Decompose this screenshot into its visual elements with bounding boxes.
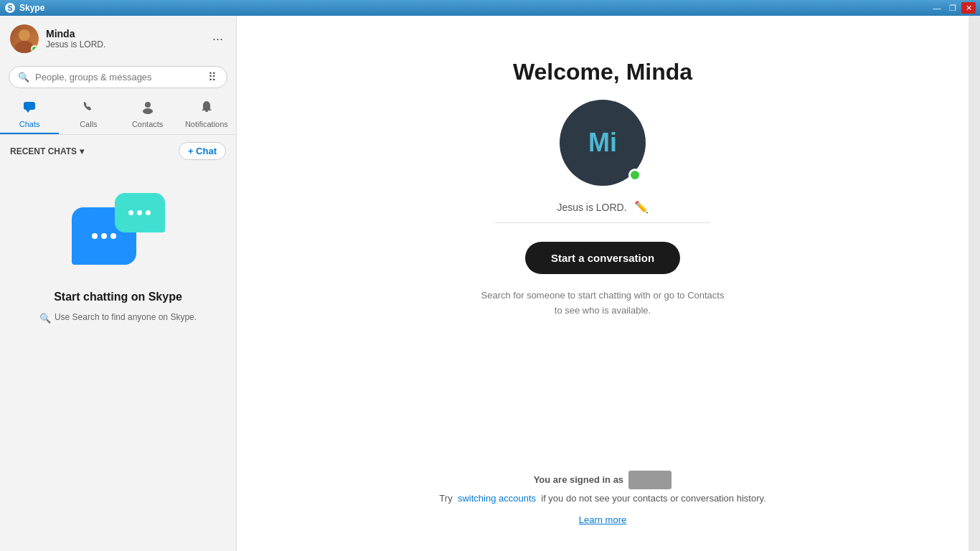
search-input-wrap: 🔍 ⠿ bbox=[9, 66, 227, 88]
search-icon: 🔍 bbox=[18, 72, 29, 83]
new-chat-button[interactable]: + Chat bbox=[179, 142, 226, 160]
search-bar: 🔍 ⠿ bbox=[0, 62, 236, 94]
switch-accounts-line: Try switching accounts if you do not see… bbox=[439, 489, 765, 508]
calls-icon bbox=[81, 100, 95, 118]
recent-chats-label[interactable]: RECENT CHATS ▾ bbox=[10, 146, 84, 156]
tab-chats-label: Chats bbox=[19, 120, 40, 128]
edit-status-icon[interactable]: ✏️ bbox=[634, 200, 649, 214]
bottom-section: You are signed in as mi_____ Try switchi… bbox=[439, 471, 765, 529]
svg-point-6 bbox=[145, 102, 151, 108]
svg-marker-5 bbox=[26, 110, 30, 113]
tab-calls[interactable]: Calls bbox=[59, 94, 118, 134]
more-options-button[interactable]: ··· bbox=[209, 29, 226, 50]
welcome-title: Welcome, Minda bbox=[513, 59, 692, 85]
profile-header: Minda Jesus is LORD. ··· bbox=[0, 16, 236, 62]
tab-calls-label: Calls bbox=[80, 120, 97, 128]
conversation-description: Search for someone to start chatting wit… bbox=[481, 288, 725, 319]
minimize-button[interactable]: — bbox=[930, 2, 944, 14]
switch-accounts-link[interactable]: switching accounts bbox=[458, 493, 536, 504]
avatar[interactable] bbox=[10, 24, 39, 53]
app-window: Minda Jesus is LORD. ··· 🔍 ⠿ bbox=[0, 16, 980, 551]
username-display: mi_____ bbox=[628, 471, 672, 489]
bubble-cyan bbox=[115, 193, 165, 232]
title-bar-left: S Skype bbox=[4, 2, 44, 14]
bubble-dots-cyan bbox=[128, 210, 151, 215]
profile-name: Minda bbox=[46, 28, 202, 39]
svg-rect-8 bbox=[205, 110, 208, 112]
dialpad-icon[interactable]: ⠿ bbox=[207, 70, 218, 84]
start-conversation-button[interactable]: Start a conversation bbox=[525, 242, 680, 274]
recent-chats-header: RECENT CHATS ▾ + Chat bbox=[0, 135, 236, 164]
profile-info: Minda Jesus is LORD. bbox=[46, 28, 202, 50]
notifications-icon bbox=[199, 100, 214, 118]
chats-icon bbox=[22, 100, 37, 118]
status-row: Jesus is LORD. ✏️ bbox=[495, 200, 710, 223]
scrollbar[interactable] bbox=[969, 16, 980, 551]
online-indicator-large bbox=[628, 169, 641, 182]
title-bar: S Skype — ❐ ✕ bbox=[0, 0, 980, 16]
svg-rect-4 bbox=[24, 102, 35, 110]
bubble-dots-blue bbox=[92, 233, 116, 239]
signed-in-line: You are signed in as mi_____ bbox=[439, 471, 765, 489]
chat-illustration bbox=[72, 193, 165, 279]
user-initials: Mi bbox=[588, 128, 617, 158]
learn-more-link[interactable]: Learn more bbox=[439, 511, 765, 529]
tab-notifications-label: Notifications bbox=[185, 120, 228, 128]
maximize-button[interactable]: ❐ bbox=[946, 2, 960, 14]
tab-contacts-label: Contacts bbox=[132, 120, 163, 128]
profile-status-text: Jesus is LORD. bbox=[46, 39, 202, 50]
empty-chats-state: Start chatting on Skype 🔍 Use Search to … bbox=[0, 164, 236, 551]
title-bar-text: Skype bbox=[19, 3, 44, 13]
tab-chats[interactable]: Chats bbox=[0, 94, 59, 134]
user-avatar-large[interactable]: Mi bbox=[560, 100, 646, 186]
sidebar: Minda Jesus is LORD. ··· 🔍 ⠿ bbox=[0, 16, 237, 551]
search-input[interactable] bbox=[35, 72, 201, 83]
empty-chats-description: 🔍 Use Search to find anyone on Skype. bbox=[39, 311, 197, 326]
svg-text:S: S bbox=[8, 4, 13, 12]
user-status-text: Jesus is LORD. bbox=[557, 202, 626, 213]
nav-tabs: Chats Calls Contacts bbox=[0, 94, 236, 135]
close-button[interactable]: ✕ bbox=[961, 2, 976, 14]
main-content: Welcome, Minda Mi Jesus is LORD. ✏️ Star… bbox=[237, 16, 969, 551]
title-bar-controls: — ❐ ✕ bbox=[930, 2, 976, 14]
empty-chats-title: Start chatting on Skype bbox=[54, 291, 182, 303]
welcome-section: Welcome, Minda Mi Jesus is LORD. ✏️ Star… bbox=[481, 59, 725, 319]
svg-point-7 bbox=[143, 108, 153, 114]
tab-contacts[interactable]: Contacts bbox=[118, 94, 177, 134]
online-status-indicator bbox=[31, 45, 38, 52]
skype-logo-icon: S bbox=[4, 2, 16, 14]
contacts-icon bbox=[141, 100, 155, 118]
svg-point-2 bbox=[19, 29, 30, 41]
chevron-down-icon: ▾ bbox=[80, 146, 84, 156]
tab-notifications[interactable]: Notifications bbox=[177, 94, 236, 134]
search-small-icon: 🔍 bbox=[39, 311, 51, 326]
